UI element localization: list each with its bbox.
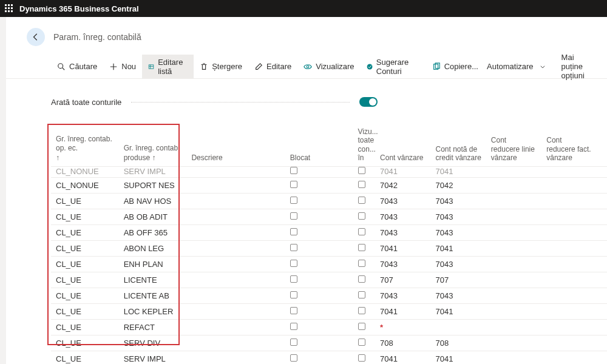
cell-desc[interactable]	[186, 224, 285, 240]
col-header-crfv[interactable]: Cont reducere fact. vânzare	[541, 125, 597, 166]
cell-vtc[interactable]	[353, 209, 376, 224]
cell-cncv[interactable]: 708	[430, 335, 486, 351]
cell-ec[interactable]: CL_NONUE	[51, 177, 119, 193]
back-button[interactable]	[27, 28, 45, 46]
cell-desc[interactable]	[186, 177, 285, 193]
viewall-checkbox[interactable]	[358, 181, 365, 188]
cell-prod[interactable]: LOC KEPLER	[119, 303, 187, 319]
cell-cv[interactable]: 7043	[375, 288, 430, 303]
cell-more[interactable]	[597, 224, 607, 240]
blocked-checkbox[interactable]	[290, 275, 297, 283]
search-button[interactable]: Căutare	[51, 55, 103, 79]
cell-vtc[interactable]	[353, 303, 376, 319]
cell-bloc[interactable]	[285, 256, 353, 272]
cell-cv[interactable]: 7041	[375, 166, 430, 177]
cell-more[interactable]	[597, 272, 607, 288]
table-row[interactable]: CL_UELICENTE AB70437043	[51, 288, 607, 303]
blocked-checkbox[interactable]	[290, 307, 297, 314]
cell-more[interactable]	[597, 177, 607, 193]
cell-bloc[interactable]	[285, 224, 353, 240]
cell-crlv[interactable]	[486, 240, 541, 256]
viewall-checkbox[interactable]	[358, 197, 365, 204]
table-row[interactable]: CL_UELOC KEPLER70417041	[51, 303, 607, 319]
cell-cv[interactable]: 7041	[375, 240, 430, 256]
cell-more[interactable]	[597, 240, 607, 256]
cell-bloc[interactable]	[285, 166, 353, 177]
cell-cncv[interactable]: 7041	[430, 240, 486, 256]
cell-cv[interactable]: 7043	[375, 209, 430, 224]
cell-bloc[interactable]	[285, 303, 353, 319]
cell-vtc[interactable]	[353, 272, 376, 288]
cell-vtc[interactable]	[353, 335, 376, 351]
blocked-checkbox[interactable]	[290, 244, 297, 251]
automate-dropdown[interactable]: Automatizare	[484, 55, 548, 79]
cell-more[interactable]	[597, 209, 607, 224]
table-row[interactable]: CL_UEABON LEG70417041	[51, 240, 607, 256]
cell-prod[interactable]: SUPORT NES	[119, 177, 187, 193]
cell-crfv[interactable]	[541, 335, 597, 351]
viewall-checkbox[interactable]	[358, 275, 365, 283]
cell-desc[interactable]	[186, 319, 285, 335]
cell-bloc[interactable]	[285, 335, 353, 351]
cell-cncv[interactable]: 7043	[430, 224, 486, 240]
cell-vtc[interactable]	[353, 224, 376, 240]
cell-cv[interactable]: 707	[375, 272, 430, 288]
cell-cv[interactable]: 7042	[375, 177, 430, 193]
table-row[interactable]: CL_UESERV IMPL70417041	[51, 351, 607, 364]
cell-bloc[interactable]	[285, 288, 353, 303]
cell-cncv[interactable]	[430, 319, 486, 335]
cell-cncv[interactable]: 7043	[430, 288, 486, 303]
col-header-crlv[interactable]: Cont reducere linie vânzare	[486, 125, 541, 166]
blocked-checkbox[interactable]	[290, 197, 297, 204]
cell-prod[interactable]: ENH PLAN	[119, 256, 187, 272]
cell-bloc[interactable]	[285, 272, 353, 288]
cell-crfv[interactable]	[541, 256, 597, 272]
cell-ec[interactable]: CL_UE	[51, 193, 119, 209]
viewall-checkbox[interactable]	[358, 354, 365, 362]
edit-button[interactable]: Editare	[248, 55, 297, 79]
cell-more[interactable]	[597, 288, 607, 303]
viewall-checkbox[interactable]	[358, 291, 365, 298]
cell-cncv[interactable]: 707	[430, 272, 486, 288]
cell-ec[interactable]: CL_UE	[51, 335, 119, 351]
col-header-desc[interactable]: Descriere	[186, 125, 285, 166]
cell-cncv[interactable]: 7043	[430, 209, 486, 224]
table-row[interactable]: CL_UEAB NAV HOS70437043	[51, 193, 607, 209]
col-header-cv[interactable]: Cont vânzare	[375, 125, 430, 166]
cell-more[interactable]	[597, 319, 607, 335]
cell-more[interactable]	[597, 335, 607, 351]
cell-vtc[interactable]	[353, 319, 376, 335]
viewall-checkbox[interactable]	[358, 167, 365, 174]
suggest-accounts-button[interactable]: Sugerare Conturi	[361, 55, 426, 79]
table-row[interactable]: CL_UELICENTE707707	[51, 272, 607, 288]
cell-bloc[interactable]	[285, 209, 353, 224]
cell-crlv[interactable]	[486, 193, 541, 209]
cell-crlv[interactable]	[486, 224, 541, 240]
cell-crfv[interactable]	[541, 288, 597, 303]
col-header-more[interactable]	[597, 125, 607, 166]
cell-crlv[interactable]	[486, 209, 541, 224]
cell-crfv[interactable]	[541, 351, 597, 364]
cell-cv[interactable]: 708	[375, 335, 430, 351]
blocked-checkbox[interactable]	[290, 181, 297, 188]
cell-cv[interactable]: 7041	[375, 303, 430, 319]
cell-prod[interactable]: SERV IMPL	[119, 351, 187, 364]
viewall-checkbox[interactable]	[358, 323, 365, 330]
cell-desc[interactable]	[186, 288, 285, 303]
blocked-checkbox[interactable]	[290, 291, 297, 298]
cell-crfv[interactable]	[541, 166, 597, 177]
cell-prod[interactable]: SERV IMPL	[119, 166, 187, 177]
cell-bloc[interactable]	[285, 319, 353, 335]
copy-button[interactable]: Copiere...	[426, 55, 484, 79]
cell-prod[interactable]: LICENTE AB	[119, 288, 187, 303]
cell-bloc[interactable]	[285, 240, 353, 256]
table-row[interactable]: CL_UESERV DIV708708	[51, 335, 607, 351]
cell-ec[interactable]: CL_UE	[51, 240, 119, 256]
cell-desc[interactable]	[186, 209, 285, 224]
cell-ec[interactable]: CL_UE	[51, 256, 119, 272]
viewall-checkbox[interactable]	[358, 212, 365, 220]
cell-vtc[interactable]	[353, 166, 376, 177]
edit-list-button[interactable]: Editare listă	[142, 55, 194, 79]
cell-desc[interactable]	[186, 166, 285, 177]
cell-prod[interactable]: SERV DIV	[119, 335, 187, 351]
